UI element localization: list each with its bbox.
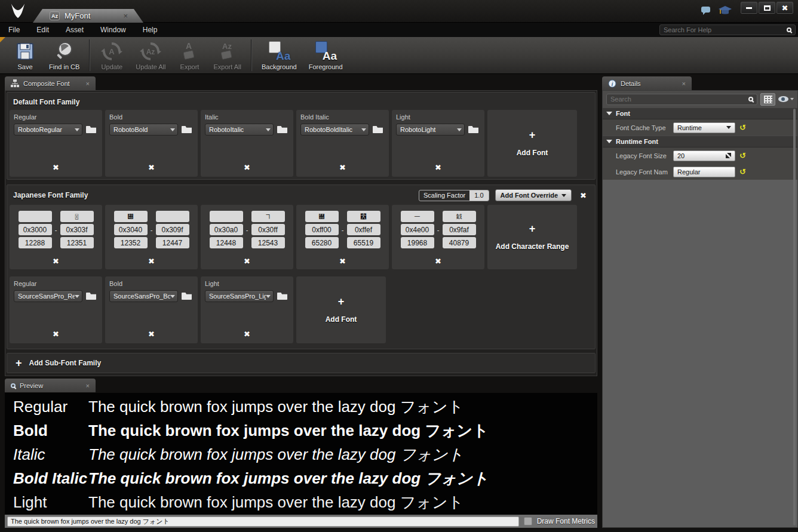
add-font-override-button[interactable]: Add Font Override: [495, 189, 572, 201]
font-combo[interactable]: SourceSansPro_Bol: [109, 290, 178, 302]
tab-close-icon[interactable]: ×: [86, 382, 90, 389]
reset-to-default-icon[interactable]: ↺: [739, 152, 746, 159]
asset-tab-myfont[interactable]: Az MyFont ×: [33, 9, 143, 23]
tutorial-cap-icon[interactable]: [718, 5, 732, 17]
add-character-range-button[interactable]: + Add Character Range: [487, 205, 577, 269]
font-combo[interactable]: RobotoRegular: [14, 124, 82, 136]
range-start-hex[interactable]: 0xff00: [305, 224, 339, 235]
range-start-hex[interactable]: 0x4e00: [401, 224, 434, 235]
spinbox-drag-icon[interactable]: [726, 153, 731, 158]
remove-font-button[interactable]: ✖: [105, 163, 198, 172]
remove-range-button[interactable]: ✖: [105, 257, 198, 266]
range-end-hex[interactable]: 0x303f: [60, 224, 94, 235]
range-start-dec[interactable]: 19968: [401, 237, 434, 248]
range-end-dec[interactable]: 12351: [60, 237, 94, 248]
browse-folder-icon[interactable]: [277, 293, 287, 300]
range-start-hex[interactable]: 0x3040: [114, 224, 148, 235]
draw-font-metrics-checkbox[interactable]: [524, 517, 532, 525]
scaling-factor-field[interactable]: Scaling Factor 1.0: [419, 190, 489, 201]
details-search-input[interactable]: [610, 96, 748, 103]
asset-tab-close-icon[interactable]: ×: [123, 12, 128, 20]
help-search-box[interactable]: [659, 24, 796, 35]
legacy-font-name-field[interactable]: Regular: [673, 167, 735, 177]
browse-folder-icon[interactable]: [86, 126, 96, 133]
browse-folder-icon[interactable]: [468, 126, 478, 133]
close-button[interactable]: ✖: [776, 2, 793, 14]
legacy-font-size-field[interactable]: 20: [673, 150, 735, 161]
details-search-box[interactable]: [606, 94, 757, 105]
remove-font-button[interactable]: ✖: [296, 163, 389, 172]
add-subfont-family-button[interactable]: + Add Sub-Font Family: [7, 353, 596, 373]
category-font[interactable]: Font: [603, 107, 797, 119]
find-in-cb-button[interactable]: Find in CB: [43, 37, 85, 73]
browse-folder-icon[interactable]: [182, 126, 192, 133]
remove-subfamily-button[interactable]: ✖: [578, 191, 589, 200]
feedback-bubble-icon[interactable]: [700, 5, 712, 17]
update-all-button[interactable]: Az Update All: [130, 37, 171, 73]
remove-font-button[interactable]: ✖: [105, 330, 198, 339]
font-combo[interactable]: RobotoBold: [109, 124, 178, 136]
category-runtime-font[interactable]: Runtime Font: [603, 136, 797, 147]
remove-font-button[interactable]: ✖: [392, 163, 484, 172]
background-color-button[interactable]: Aa Background: [256, 37, 303, 73]
browse-folder-icon[interactable]: [182, 293, 192, 300]
tab-composite-font[interactable]: Composite Font ×: [5, 76, 96, 90]
range-start-dec[interactable]: 12448: [210, 237, 243, 248]
remove-font-button[interactable]: ✖: [10, 163, 102, 172]
remove-font-button[interactable]: ✖: [201, 163, 293, 172]
add-font-button[interactable]: + Add Font: [487, 110, 577, 177]
range-start-dec[interactable]: 65280: [305, 237, 339, 248]
browse-folder-icon[interactable]: [86, 293, 96, 300]
add-subfont-button[interactable]: + Add Font: [296, 276, 386, 343]
menu-file[interactable]: File: [0, 26, 28, 34]
remove-font-button[interactable]: ✖: [10, 330, 102, 339]
tab-close-icon[interactable]: ×: [86, 80, 90, 87]
range-start-dec[interactable]: 12288: [19, 237, 52, 248]
reset-to-default-icon[interactable]: ↺: [739, 168, 746, 176]
range-end-dec[interactable]: 12543: [251, 237, 285, 248]
range-end-hex[interactable]: 0x9faf: [443, 224, 476, 235]
font-combo[interactable]: RobotoItalic: [205, 124, 274, 136]
tab-preview[interactable]: Preview ×: [5, 379, 96, 392]
minimize-button[interactable]: [741, 2, 757, 14]
property-matrix-button[interactable]: [760, 93, 775, 106]
remove-range-button[interactable]: ✖: [201, 257, 293, 266]
save-button[interactable]: Save: [7, 37, 43, 73]
range-end-dec[interactable]: 65519: [347, 237, 380, 248]
export-button[interactable]: A Export: [172, 37, 208, 73]
reset-to-default-icon[interactable]: ↺: [739, 124, 746, 131]
font-combo[interactable]: RobotoLight: [396, 124, 465, 136]
range-end-hex[interactable]: 0xffef: [347, 224, 380, 235]
remove-range-button[interactable]: ✖: [392, 257, 484, 266]
tab-close-icon[interactable]: ×: [682, 80, 686, 87]
maximize-button[interactable]: [759, 2, 775, 14]
range-start-hex[interactable]: 0x30a0: [210, 224, 243, 235]
update-button[interactable]: A Update: [94, 37, 130, 73]
font-combo[interactable]: SourceSansPro_Lig: [205, 290, 274, 302]
menu-edit[interactable]: Edit: [28, 26, 57, 34]
remove-range-button[interactable]: ✖: [296, 257, 389, 266]
menu-help[interactable]: Help: [134, 26, 166, 34]
menu-window[interactable]: Window: [92, 26, 134, 34]
help-search-input[interactable]: [664, 26, 787, 33]
browse-folder-icon[interactable]: [277, 126, 287, 133]
tab-details[interactable]: i Details ×: [602, 76, 692, 90]
menu-asset[interactable]: Asset: [57, 26, 92, 34]
range-end-dec[interactable]: 12447: [156, 237, 189, 248]
range-start-dec[interactable]: 12352: [114, 237, 148, 248]
details-scrollbar[interactable]: [793, 109, 796, 525]
font-combo[interactable]: SourceSansPro_Reg: [14, 290, 82, 302]
view-options-button[interactable]: [778, 96, 794, 102]
font-cache-type-combo[interactable]: Runtime: [673, 122, 735, 133]
foreground-color-button[interactable]: Aa Foreground: [303, 37, 349, 73]
font-combo[interactable]: RobotoBoldItalic: [300, 124, 369, 136]
remove-range-button[interactable]: ✖: [10, 257, 102, 266]
preview-text-input[interactable]: [7, 516, 519, 527]
export-all-button[interactable]: Az Export All: [208, 37, 247, 73]
range-start-hex[interactable]: 0x3000: [19, 224, 52, 235]
browse-folder-icon[interactable]: [373, 126, 383, 133]
remove-font-button[interactable]: ✖: [201, 330, 293, 339]
range-end-hex[interactable]: 0x309f: [156, 224, 189, 235]
range-end-hex[interactable]: 0x30ff: [251, 224, 285, 235]
range-end-dec[interactable]: 40879: [443, 237, 476, 248]
